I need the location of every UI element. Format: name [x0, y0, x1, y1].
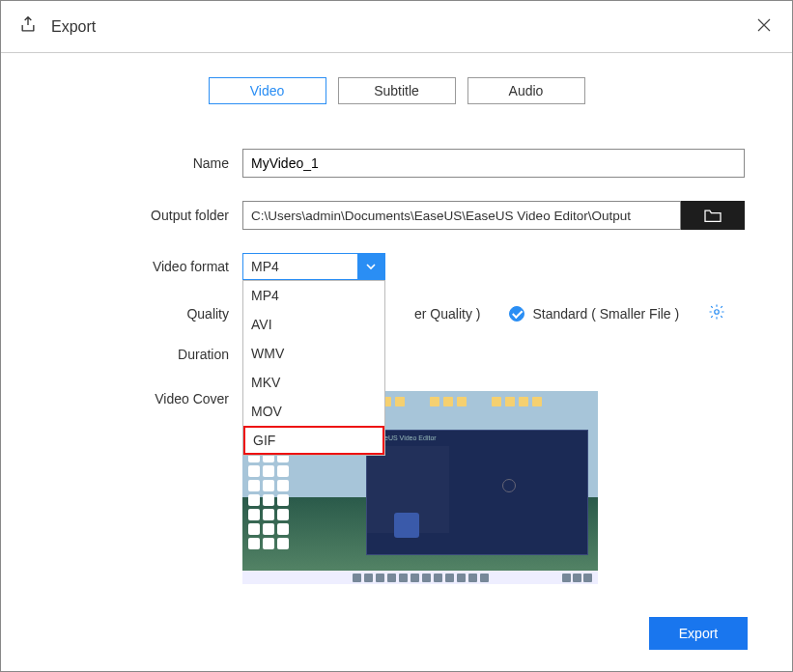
desktop-taskbar	[242, 571, 598, 584]
field-output-folder: Output folder C:\Users\admin\Documents\E…	[40, 201, 753, 230]
format-option-wmv[interactable]: WMV	[243, 339, 384, 368]
gear-icon	[708, 303, 725, 321]
quality-standard-option[interactable]: Standard ( Smaller File )	[509, 306, 679, 322]
export-button[interactable]: Export	[649, 617, 748, 650]
tab-audio[interactable]: Audio	[467, 77, 585, 104]
format-dropdown: MP4 AVI WMV MKV MOV GIF	[242, 280, 385, 456]
field-duration: Duration	[40, 347, 753, 362]
tabs: Video Subtitle Audio	[40, 77, 753, 104]
close-button[interactable]	[757, 18, 771, 36]
chevron-down-icon	[357, 253, 384, 280]
quality-standard-text: Standard ( Smaller File )	[532, 306, 679, 322]
field-video-format: Video format MP4 MP4 AVI WMV MKV MOV GIF	[40, 253, 753, 280]
format-selected-value: MP4	[243, 259, 357, 274]
video-cover-label: Video Cover	[40, 385, 242, 406]
svg-point-0	[715, 310, 720, 315]
quality-high-option[interactable]: er Quality )	[414, 306, 480, 322]
format-option-avi[interactable]: AVI	[243, 310, 384, 339]
browse-button[interactable]	[681, 201, 745, 230]
titlebar: Export	[1, 1, 792, 53]
video-format-select[interactable]: MP4 MP4 AVI WMV MKV MOV GIF	[242, 253, 385, 280]
field-name: Name	[40, 149, 753, 178]
output-folder-label: Output folder	[40, 208, 242, 223]
field-quality: Quality er Quality ) Standard ( Smaller …	[40, 303, 753, 323]
quality-high-text-fragment: er Quality )	[414, 306, 480, 322]
name-input[interactable]	[242, 149, 745, 178]
name-label: Name	[40, 155, 242, 171]
folder-icon	[703, 208, 722, 223]
format-option-mov[interactable]: MOV	[243, 397, 384, 426]
format-option-mkv[interactable]: MKV	[243, 368, 384, 397]
export-icon	[18, 15, 38, 38]
tab-video[interactable]: Video	[209, 77, 326, 104]
desktop-left-icons	[248, 451, 297, 549]
duration-label: Duration	[40, 347, 242, 362]
desktop-top-icons	[368, 397, 542, 406]
output-path-display: C:\Users\admin\Documents\EaseUS\EaseUS V…	[242, 201, 681, 230]
tab-subtitle[interactable]: Subtitle	[338, 77, 456, 104]
video-format-label: Video format	[40, 259, 242, 274]
overlay-app-window: EaseUS Video Editor	[366, 430, 588, 555]
format-option-gif[interactable]: GIF	[243, 426, 384, 455]
radio-checked-icon	[509, 306, 524, 322]
dialog-body: Video Subtitle Audio Name Output folder …	[1, 53, 792, 584]
dialog-title: Export	[51, 18, 96, 36]
quality-label: Quality	[40, 306, 242, 322]
field-video-cover: Video Cover EaseUS Vide	[40, 385, 753, 584]
settings-button[interactable]	[708, 303, 725, 323]
format-option-mp4[interactable]: MP4	[243, 281, 384, 310]
